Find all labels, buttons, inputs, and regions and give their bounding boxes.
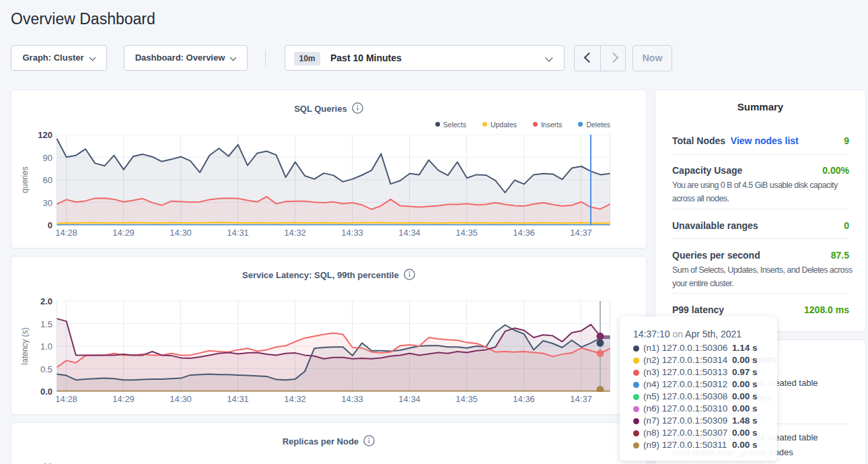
svg-text:14:32: 14:32 — [284, 394, 306, 404]
svg-text:14:28: 14:28 — [55, 394, 77, 404]
svg-text:14:29: 14:29 — [112, 394, 135, 404]
svg-text:60: 60 — [43, 175, 52, 185]
svg-text:90: 90 — [43, 153, 52, 163]
svg-text:14:29: 14:29 — [112, 228, 135, 238]
svg-text:14:34: 14:34 — [398, 394, 421, 404]
svg-text:14:36: 14:36 — [513, 394, 535, 404]
svg-text:14:37: 14:37 — [570, 394, 592, 404]
svg-text:14:33: 14:33 — [341, 394, 363, 404]
svg-text:14:32: 14:32 — [284, 228, 306, 238]
svg-text:1.0: 1.0 — [40, 341, 52, 352]
svg-text:latency (s): latency (s) — [20, 327, 30, 364]
svg-text:0.5: 0.5 — [40, 364, 52, 374]
svg-text:14:37: 14:37 — [570, 228, 592, 238]
svg-text:30: 30 — [43, 198, 52, 208]
svg-text:14:35: 14:35 — [456, 228, 478, 238]
svg-text:2.0: 2.0 — [40, 296, 52, 306]
svg-text:14:36: 14:36 — [513, 228, 535, 238]
svg-text:14:35: 14:35 — [456, 394, 478, 404]
svg-text:14:34: 14:34 — [398, 228, 421, 238]
svg-text:0: 0 — [48, 220, 52, 230]
svg-text:14:30: 14:30 — [170, 394, 192, 404]
svg-text:queries: queries — [20, 166, 30, 193]
svg-text:1.5: 1.5 — [40, 319, 52, 329]
svg-text:14:28: 14:28 — [55, 228, 77, 238]
svg-text:14:31: 14:31 — [227, 228, 249, 238]
svg-text:14:31: 14:31 — [227, 394, 249, 404]
svg-text:14:30: 14:30 — [170, 228, 192, 238]
svg-text:14:33: 14:33 — [341, 228, 363, 238]
svg-text:120: 120 — [38, 130, 52, 140]
svg-text:0.0: 0.0 — [40, 387, 52, 397]
